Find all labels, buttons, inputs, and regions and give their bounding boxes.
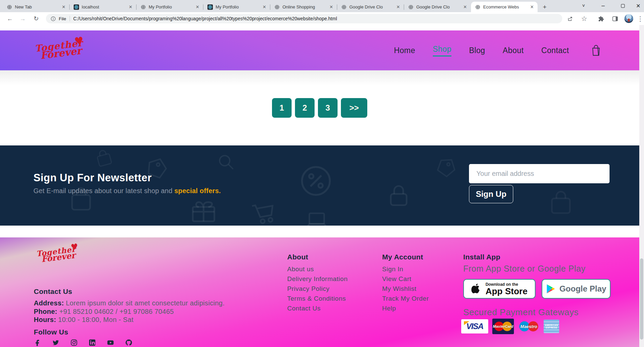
main-navigation: Home Shop Blog About Contact bbox=[394, 30, 601, 70]
pattern-lock-icon bbox=[385, 183, 412, 210]
facebook-icon[interactable] bbox=[34, 339, 41, 346]
footer-link-view-cart[interactable]: View Cart bbox=[382, 276, 429, 282]
info-icon bbox=[51, 16, 56, 21]
visa-card: VISA bbox=[461, 319, 488, 333]
close-icon[interactable]: ✕ bbox=[395, 4, 401, 10]
close-icon[interactable]: ✕ bbox=[529, 4, 535, 10]
tab-google-drive-1[interactable]: Google Drive Clo ✕ bbox=[337, 2, 404, 12]
page-scrollbar[interactable] bbox=[639, 25, 644, 347]
globe-icon bbox=[274, 4, 280, 10]
tab-my-portfolio-1[interactable]: My Portfolio ✕ bbox=[137, 2, 203, 12]
amex-card: American Express bbox=[544, 320, 559, 333]
footer-link-my-wishlist[interactable]: My Wishlist bbox=[382, 285, 429, 292]
minimize-button[interactable]: – bbox=[595, 0, 611, 11]
page-button-3[interactable]: 3 bbox=[318, 98, 338, 118]
follow-us-heading: Follow Us bbox=[34, 328, 68, 336]
google-play-badge[interactable]: Google Play bbox=[542, 279, 611, 299]
back-button[interactable]: ← bbox=[5, 14, 15, 23]
youtube-icon[interactable] bbox=[107, 339, 114, 346]
share-icon[interactable] bbox=[566, 14, 574, 23]
nav-home[interactable]: Home bbox=[394, 46, 415, 55]
payments-heading: Secured Payment Gateways bbox=[463, 307, 579, 318]
tab-my-portfolio-2[interactable]: My Portfolio ✕ bbox=[203, 2, 270, 12]
reload-button[interactable]: ↻ bbox=[31, 14, 41, 23]
forward-button[interactable]: → bbox=[18, 14, 28, 23]
footer-link-help[interactable]: Help bbox=[382, 305, 429, 311]
globe-icon bbox=[341, 4, 347, 10]
shopping-bag-icon bbox=[591, 44, 601, 57]
footer-link-privacy-policy[interactable]: Privacy Policy bbox=[287, 285, 348, 292]
tab-title: Online Shopping bbox=[282, 4, 328, 9]
bookmark-star-icon[interactable]: ☆ bbox=[580, 14, 589, 23]
close-icon[interactable]: ✕ bbox=[328, 4, 334, 10]
close-icon[interactable]: ✕ bbox=[61, 4, 67, 10]
page-button-2[interactable]: 2 bbox=[295, 98, 315, 118]
signup-button[interactable]: Sign Up bbox=[469, 185, 513, 203]
window-close-button[interactable]: ✕ bbox=[630, 0, 644, 11]
extensions-puzzle-icon[interactable] bbox=[597, 14, 605, 23]
footer-logo[interactable]: Together Forever ♥ bbox=[36, 247, 72, 263]
new-tab-button[interactable]: + bbox=[540, 2, 549, 12]
page-button-next[interactable]: >> bbox=[341, 98, 367, 118]
tab-online-shopping[interactable]: Online Shopping ✕ bbox=[270, 2, 337, 12]
heart-icon: ♥ bbox=[74, 37, 84, 46]
side-panel-icon[interactable] bbox=[611, 14, 619, 23]
pagination: 1 2 3 >> bbox=[0, 98, 639, 118]
linkedin-icon[interactable] bbox=[89, 339, 96, 346]
close-icon[interactable]: ✕ bbox=[462, 4, 468, 10]
footer-link-sign-in[interactable]: Sign In bbox=[382, 266, 429, 272]
amex-label: American Express bbox=[544, 324, 559, 329]
tab-title: Ecommerce Webs bbox=[483, 4, 529, 9]
cart-button[interactable] bbox=[591, 44, 601, 57]
shop-content-section: 1 2 3 >> bbox=[0, 70, 639, 145]
address-bar[interactable]: File C:/Users/rohit/OneDrive/Documents/p… bbox=[46, 14, 562, 23]
tab-search-chevron-icon[interactable]: ˅ bbox=[576, 0, 591, 11]
footer-link-about-us[interactable]: About us bbox=[287, 266, 348, 272]
profile-avatar[interactable] bbox=[624, 14, 633, 23]
address-label: Address: bbox=[34, 299, 64, 307]
my-account-heading: My Account bbox=[382, 253, 429, 261]
nav-contact[interactable]: Contact bbox=[541, 46, 569, 55]
footer-link-contact-us[interactable]: Contact Us bbox=[287, 305, 348, 311]
globe-icon bbox=[7, 4, 12, 10]
footer-link-terms-conditions[interactable]: Terms & Conditions bbox=[287, 295, 348, 302]
nav-about[interactable]: About bbox=[503, 46, 524, 55]
footer-account-column: My Account Sign In View Cart My Wishlist… bbox=[382, 253, 429, 311]
instagram-icon[interactable] bbox=[70, 339, 78, 346]
menu-dots-icon[interactable]: ⋮ bbox=[636, 14, 644, 23]
page-button-1[interactable]: 1 bbox=[272, 98, 292, 118]
close-icon[interactable]: ✕ bbox=[262, 4, 267, 10]
github-icon[interactable] bbox=[125, 339, 132, 346]
footer-link-track-my-order[interactable]: Track My Order bbox=[382, 295, 429, 302]
newsletter-text-block: Sign Up For Newsletter Get E-mail update… bbox=[33, 172, 221, 195]
tab-title: New Tab bbox=[15, 4, 61, 9]
url-scheme-label: File bbox=[59, 16, 66, 21]
globe-icon bbox=[475, 4, 480, 10]
email-input[interactable] bbox=[469, 164, 610, 183]
phone-value: +91 85210 04602 / +91 97086 70465 bbox=[57, 308, 174, 315]
pattern-gift-icon bbox=[189, 196, 218, 225]
nav-blog[interactable]: Blog bbox=[469, 46, 485, 55]
nav-shop[interactable]: Shop bbox=[433, 45, 451, 56]
newsletter-subtitle: Get E-mail updates about our latest shop… bbox=[33, 187, 221, 195]
hours-line: Hours: 10:00 - 18:00, Mon - Sat bbox=[34, 316, 243, 324]
tab-title: Google Drive Clo bbox=[416, 4, 462, 9]
close-icon[interactable]: ✕ bbox=[128, 4, 133, 10]
twitter-icon[interactable] bbox=[52, 339, 59, 346]
tab-localhost[interactable]: localhost ✕ bbox=[70, 2, 136, 12]
web-page: Together Forever ♥ Home Shop Blog About … bbox=[0, 25, 639, 347]
mastercard-card: MasterCard bbox=[492, 319, 514, 334]
tab-google-drive-2[interactable]: Google Drive Clo ✕ bbox=[404, 2, 471, 12]
close-icon[interactable]: ✕ bbox=[195, 4, 200, 10]
site-header: Together Forever ♥ Home Shop Blog About … bbox=[0, 30, 639, 70]
tab-title: My Portfolio bbox=[149, 4, 195, 9]
tab-ecommerce-website[interactable]: Ecommerce Webs ✕ bbox=[471, 2, 538, 12]
footer-link-delivery-information[interactable]: Delivery Information bbox=[287, 276, 348, 282]
pattern-search-icon bbox=[216, 152, 237, 172]
scrollbar-thumb[interactable] bbox=[640, 258, 643, 340]
site-logo[interactable]: Together Forever ♥ bbox=[34, 40, 77, 60]
about-heading: About bbox=[287, 253, 348, 261]
maximize-button[interactable] bbox=[615, 0, 630, 11]
tab-new-tab[interactable]: New Tab ✕ bbox=[3, 2, 69, 12]
app-store-badge[interactable]: Download on the App Store bbox=[463, 279, 536, 299]
